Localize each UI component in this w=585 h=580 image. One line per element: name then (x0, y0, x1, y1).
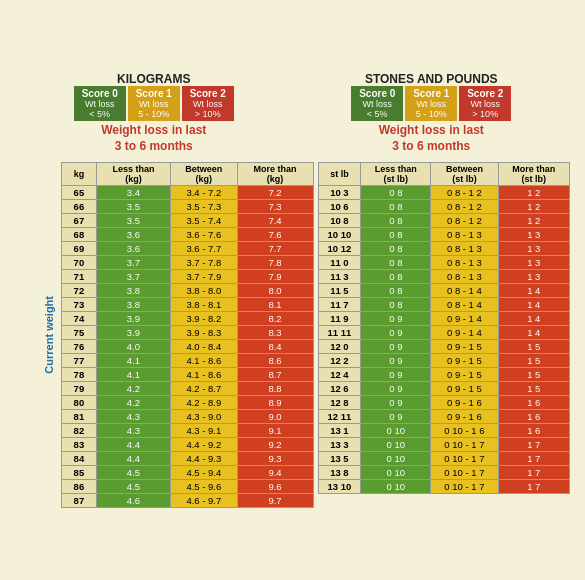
stlb-col-more: More than(st lb) (498, 163, 570, 186)
table-row: 743.93.9 - 8.28.2 (62, 312, 314, 326)
main-container: KILOGRAMS Score 0Wt loss< 5% Score 1Wt l… (5, 62, 580, 518)
kg-col-unit: kg (62, 163, 97, 186)
stlb-title: STONES AND POUNDS (293, 72, 571, 86)
table-row: 11 110 90 9 - 1 41 4 (318, 326, 570, 340)
table-row: 10 100 80 8 - 1 31 3 (318, 228, 570, 242)
score1-stlb: Score 1Wt loss5 - 10% (405, 86, 457, 121)
table-row: 12 110 90 9 - 1 61 6 (318, 410, 570, 424)
tables-container: Current weight kg Less than(kg) Between(… (15, 162, 570, 508)
table-row: 874.64.6 - 9.79.7 (62, 494, 314, 508)
table-row: 753.93.9 - 8.38.3 (62, 326, 314, 340)
stlb-header-row: st lb Less than(st lb) Between(st lb) Mo… (318, 163, 570, 186)
table-row: 10 120 80 8 - 1 31 3 (318, 242, 570, 256)
table-row: 683.63.6 - 7.67.6 (62, 228, 314, 242)
table-row: 693.63.6 - 7.77.7 (62, 242, 314, 256)
stlb-scores: Score 0Wt loss< 5% Score 1Wt loss5 - 10%… (293, 86, 571, 121)
table-row: 11 70 80 8 - 1 41 4 (318, 298, 570, 312)
table-row: 824.34.3 - 9.19.1 (62, 424, 314, 438)
table-row: 13 50 100 10 - 1 71 7 (318, 452, 570, 466)
table-row: 11 00 80 8 - 1 31 3 (318, 256, 570, 270)
kg-header-row: kg Less than(kg) Between(kg) More than(k… (62, 163, 314, 186)
score0-stlb: Score 0Wt loss< 5% (351, 86, 403, 121)
table-row: 10 80 80 8 - 1 21 2 (318, 214, 570, 228)
table-row: 11 50 80 8 - 1 41 4 (318, 284, 570, 298)
table-row: 12 00 90 9 - 1 51 5 (318, 340, 570, 354)
table-row: 804.24.2 - 8.98.9 (62, 396, 314, 410)
kg-col-more: More than(kg) (237, 163, 313, 186)
table-row: 703.73.7 - 7.87.8 (62, 256, 314, 270)
table-row: 673.53.5 - 7.47.4 (62, 214, 314, 228)
table-row: 11 90 90 9 - 1 41 4 (318, 312, 570, 326)
stlb-col-unit: st lb (318, 163, 361, 186)
table-row: 663.53.5 - 7.37.3 (62, 200, 314, 214)
table-row: 834.44.4 - 9.29.2 (62, 438, 314, 452)
stlb-col-between: Between(st lb) (431, 163, 498, 186)
stlb-subtitle: Weight loss in last3 to 6 months (293, 123, 571, 154)
table-row: 713.73.7 - 7.97.9 (62, 270, 314, 284)
table-row: 723.83.8 - 8.08.0 (62, 284, 314, 298)
table-row: 733.83.8 - 8.18.1 (62, 298, 314, 312)
current-weight-section: Current weight (43, 162, 57, 508)
kg-scores: Score 0Wt loss< 5% Score 1Wt loss5 - 10%… (15, 86, 293, 121)
stlb-table-section: st lb Less than(st lb) Between(st lb) Mo… (318, 162, 571, 508)
score2-stlb: Score 2Wt loss> 10% (459, 86, 511, 121)
table-row: 764.04.0 - 8.48.4 (62, 340, 314, 354)
table-row: 12 20 90 9 - 1 51 5 (318, 354, 570, 368)
score0-kg: Score 0Wt loss< 5% (74, 86, 126, 121)
table-row: 814.34.3 - 9.09.0 (62, 410, 314, 424)
table-row: 13 80 100 10 - 1 71 7 (318, 466, 570, 480)
table-row: 12 80 90 9 - 1 61 6 (318, 396, 570, 410)
kg-title: KILOGRAMS (15, 72, 293, 86)
table-row: 13 30 100 10 - 1 71 7 (318, 438, 570, 452)
table-row: 13 10 100 10 - 1 61 6 (318, 424, 570, 438)
kg-col-less: Less than(kg) (96, 163, 170, 186)
stlb-col-less: Less than(st lb) (361, 163, 431, 186)
kg-table: kg Less than(kg) Between(kg) More than(k… (61, 162, 314, 508)
table-row: 12 60 90 9 - 1 51 5 (318, 382, 570, 396)
table-row: 13 100 100 10 - 1 71 7 (318, 480, 570, 494)
table-row: 11 30 80 8 - 1 31 3 (318, 270, 570, 284)
kg-table-section: kg Less than(kg) Between(kg) More than(k… (61, 162, 314, 508)
table-row: 844.44.4 - 9.39.3 (62, 452, 314, 466)
kg-section-header: KILOGRAMS Score 0Wt loss< 5% Score 1Wt l… (15, 72, 293, 158)
stlb-tbody: 10 30 80 8 - 1 21 210 60 80 8 - 1 21 210… (318, 186, 570, 494)
table-row: 794.24.2 - 8.78.8 (62, 382, 314, 396)
stlb-table: st lb Less than(st lb) Between(st lb) Mo… (318, 162, 571, 494)
table-row: 10 30 80 8 - 1 21 2 (318, 186, 570, 200)
score1-kg: Score 1Wt loss5 - 10% (128, 86, 180, 121)
table-row: 653.43.4 - 7.27.2 (62, 186, 314, 200)
table-row: 784.14.1 - 8.68.7 (62, 368, 314, 382)
current-weight-label: Current weight (43, 296, 55, 374)
table-row: 10 60 80 8 - 1 21 2 (318, 200, 570, 214)
table-row: 864.54.5 - 9.69.6 (62, 480, 314, 494)
table-row: 774.14.1 - 8.68.6 (62, 354, 314, 368)
stlb-section-header: STONES AND POUNDS Score 0Wt loss< 5% Sco… (293, 72, 571, 158)
kg-tbody: 653.43.4 - 7.27.2663.53.5 - 7.37.3673.53… (62, 186, 314, 508)
table-row: 854.54.5 - 9.49.4 (62, 466, 314, 480)
table-row: 12 40 90 9 - 1 51 5 (318, 368, 570, 382)
score2-kg: Score 2Wt loss> 10% (182, 86, 234, 121)
section-headers: KILOGRAMS Score 0Wt loss< 5% Score 1Wt l… (15, 72, 570, 158)
kg-subtitle: Weight loss in last3 to 6 months (15, 123, 293, 154)
kg-col-between: Between(kg) (171, 163, 237, 186)
